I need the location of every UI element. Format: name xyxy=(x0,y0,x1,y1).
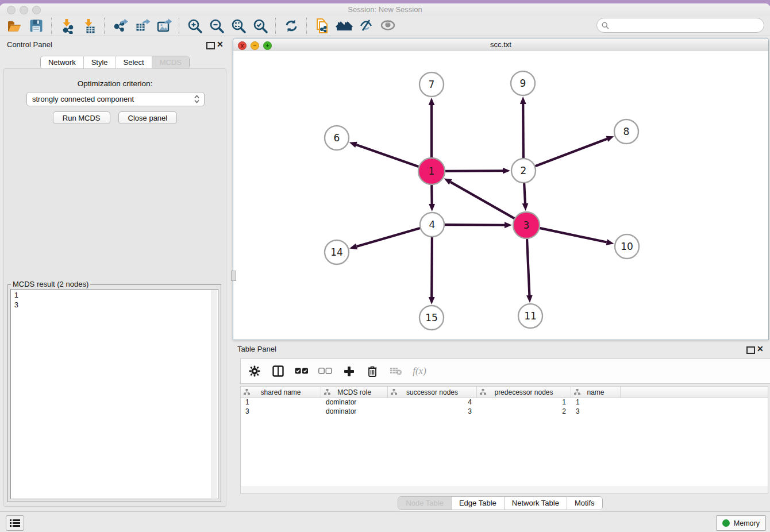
toggle-graphics-details-icon[interactable] xyxy=(357,17,375,35)
select-all-columns-icon[interactable] xyxy=(295,364,309,378)
tab-mcds[interactable]: MCDS xyxy=(152,56,189,69)
graph-edge-3-10[interactable] xyxy=(538,228,607,242)
export-table-icon[interactable] xyxy=(133,17,151,35)
table-settings-gear-icon[interactable] xyxy=(248,364,261,378)
clone-network-icon[interactable] xyxy=(313,17,332,35)
zoom-selected-icon[interactable] xyxy=(251,17,270,35)
home-icon[interactable] xyxy=(335,17,353,35)
optimization-criterion-dropdown[interactable]: strongly connected component xyxy=(26,92,205,106)
mcds-result-text: 1 3 xyxy=(14,291,210,498)
table-cell[interactable]: dominator xyxy=(321,398,388,407)
refresh-view-icon[interactable] xyxy=(282,17,301,35)
table-row[interactable]: 3dominator323 xyxy=(241,407,768,417)
node-table: shared nameMCDS rolesuccessor nodesprede… xyxy=(240,386,768,487)
graph-edge-2-3[interactable] xyxy=(524,182,525,203)
table-cell[interactable]: dominator xyxy=(321,407,388,417)
export-network-icon[interactable] xyxy=(111,17,129,35)
zoom-fit-icon[interactable] xyxy=(229,17,248,35)
tab-network[interactable]: Network xyxy=(41,56,84,69)
create-new-column-icon[interactable] xyxy=(342,364,356,378)
graph-node-label-14: 14 xyxy=(330,246,343,258)
status-bar: Memory xyxy=(0,511,770,532)
graph-edge-4-14[interactable] xyxy=(357,228,422,246)
open-session-icon[interactable] xyxy=(5,17,24,35)
column-label: shared name xyxy=(260,388,301,396)
graph-node-label-15: 15 xyxy=(425,312,438,323)
column-label: MCDS role xyxy=(337,388,371,396)
column-header-MCDS-role[interactable]: MCDS role xyxy=(321,387,388,398)
column-label: name xyxy=(587,388,604,396)
toolbar-separator xyxy=(51,18,52,34)
import-network-icon[interactable] xyxy=(58,17,76,35)
run-mcds-button[interactable]: Run MCDS xyxy=(53,111,110,124)
zoom-out-icon[interactable] xyxy=(207,17,226,35)
mcds-panel: Optimization criterion: strongly connect… xyxy=(3,68,226,507)
tab-edge-table[interactable]: Edge Table xyxy=(452,497,505,510)
search-box[interactable] xyxy=(596,18,764,33)
graph-node-label-4: 4 xyxy=(429,219,436,230)
table-cell[interactable]: 4 xyxy=(388,398,477,407)
graph-node-label-6: 6 xyxy=(334,132,340,144)
table-cell[interactable]: 2 xyxy=(477,407,571,417)
column-header-predecessor-nodes[interactable]: predecessor nodes xyxy=(477,387,571,398)
graph-edge-1-2[interactable] xyxy=(444,171,503,171)
delete-table-icon xyxy=(389,364,403,378)
show-hide-panel-eye-icon[interactable] xyxy=(379,17,397,35)
toolbar-separator xyxy=(306,18,307,34)
toolbar-separator xyxy=(179,18,180,34)
graph-edge-2-8[interactable] xyxy=(534,139,607,167)
column-header-name[interactable]: name xyxy=(571,387,621,398)
graph-edge-4-15[interactable] xyxy=(432,236,432,297)
table-cell[interactable]: 3 xyxy=(388,407,477,417)
table-row[interactable]: 1dominator411 xyxy=(241,398,768,407)
graph-edge-3-1[interactable] xyxy=(451,182,516,219)
table-cell[interactable]: 3 xyxy=(571,407,621,417)
table-cell[interactable]: 1 xyxy=(477,398,571,407)
mcds-result-textarea[interactable]: 1 3 xyxy=(10,289,218,499)
table-cell[interactable]: 1 xyxy=(241,398,321,407)
graph-edge-2-9[interactable] xyxy=(523,104,523,160)
task-history-button[interactable] xyxy=(6,515,24,531)
graph-edge-arrowhead xyxy=(349,244,357,249)
table-toolbar: f(x) xyxy=(240,358,770,384)
unselect-all-columns-icon[interactable] xyxy=(318,364,332,378)
graph-edge-arrowhead xyxy=(503,168,510,174)
save-session-icon[interactable] xyxy=(27,17,45,35)
window-title: Session: New Session xyxy=(0,5,770,14)
splitpane-handle[interactable] xyxy=(231,271,236,281)
import-table-icon[interactable] xyxy=(80,17,98,35)
graph-edge-1-6[interactable] xyxy=(356,145,420,167)
table-cell[interactable]: 3 xyxy=(241,407,321,417)
control-panel-title: Control Panel xyxy=(7,40,52,49)
control-panel-close-icon[interactable]: ✕ xyxy=(217,39,224,49)
control-panel-float-icon[interactable] xyxy=(206,42,215,49)
graph-edge-3-11[interactable] xyxy=(527,237,529,295)
dropdown-stepper-icon xyxy=(194,95,199,103)
application-window: Session: New Session xyxy=(0,0,770,532)
network-window-titlebar[interactable]: x − + scc.txt xyxy=(233,38,768,52)
table-hscrollbar[interactable] xyxy=(240,486,768,494)
memory-button[interactable]: Memory xyxy=(716,515,766,531)
tab-network-table[interactable]: Network Table xyxy=(505,497,567,510)
tab-style[interactable]: Style xyxy=(84,56,116,69)
graph-edge-4-3[interactable] xyxy=(443,225,505,225)
table-panel-float-icon[interactable] xyxy=(746,346,755,354)
zoom-in-icon[interactable] xyxy=(186,17,204,35)
search-input[interactable] xyxy=(611,20,759,31)
table-cell[interactable]: 1 xyxy=(571,398,621,407)
export-image-icon[interactable] xyxy=(155,17,173,35)
toolbar-separator xyxy=(104,18,105,34)
column-header-successor-nodes[interactable]: successor nodes xyxy=(388,387,477,398)
delete-column-trash-icon[interactable] xyxy=(365,364,379,378)
column-header-shared-name[interactable]: shared name xyxy=(241,387,321,398)
tab-node-table[interactable]: Node Table xyxy=(398,497,452,510)
mcds-result-scrollbar[interactable] xyxy=(211,290,217,498)
network-canvas[interactable]: 7968124314101511 xyxy=(233,51,768,340)
graph-node-label-8: 8 xyxy=(623,126,630,137)
tab-select[interactable]: Select xyxy=(116,56,152,69)
show-column-panel-icon[interactable] xyxy=(271,364,285,378)
control-panel-tab-row: NetworkStyleSelectMCDS xyxy=(0,56,230,70)
tab-motifs[interactable]: Motifs xyxy=(567,497,602,510)
close-panel-button[interactable]: Close panel xyxy=(118,111,178,124)
table-panel-close-icon[interactable]: ✕ xyxy=(757,344,764,354)
